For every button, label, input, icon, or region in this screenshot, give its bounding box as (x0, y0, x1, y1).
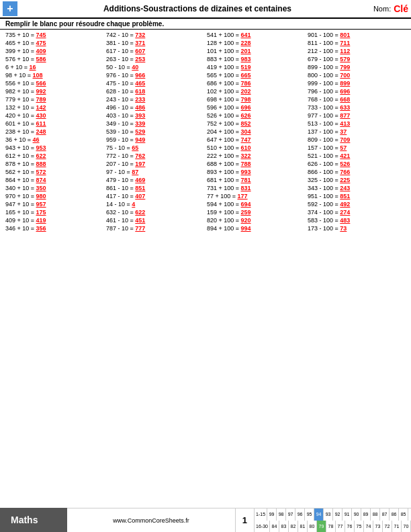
problem-item: 883 + 100 = 983 (205, 55, 306, 63)
problem-item: 461 - 10 = 451 (105, 216, 205, 224)
answer: 177 (238, 193, 248, 200)
answer: 371 (135, 40, 145, 46)
answer: 413 (340, 120, 350, 127)
answer: 486 (135, 104, 145, 111)
problem-item: 325 - 100 = 225 (306, 176, 407, 184)
answer: 877 (340, 112, 350, 119)
problem-item: 204 + 100 = 304 (205, 128, 306, 136)
score-cell: 87 (380, 508, 390, 521)
answer: 696 (241, 104, 251, 111)
answer: 732 (135, 32, 145, 38)
problem-item: 128 + 100 = 228 (205, 39, 306, 47)
problems-grid: 735 + 10 = 745742 - 10 = 732541 + 100 = … (4, 31, 407, 232)
problem-item: 75 - 10 = 65 (105, 144, 205, 152)
answer: 626 (241, 112, 251, 119)
answer: 852 (241, 120, 251, 127)
answer: 46 (33, 136, 40, 143)
answer: 700 (340, 72, 350, 79)
answer: 766 (340, 169, 350, 175)
problem-item: 617 - 10 = 607 (105, 47, 205, 55)
answer: 949 (135, 136, 145, 143)
answer: 851 (340, 193, 350, 200)
answer: 483 (340, 217, 350, 224)
problem-item: 982 + 10 = 992 (4, 87, 105, 95)
score-cell: 96 (295, 508, 305, 521)
answer: 451 (135, 217, 145, 224)
score-row: 1-15999897969594939291908988878685 (255, 508, 411, 521)
problem-item: 14 - 10 = 4 (105, 200, 205, 208)
answer: 393 (135, 112, 145, 119)
answer: 789 (36, 96, 46, 103)
score-cell: 99 (267, 508, 277, 521)
problem-item: 999 - 100 = 899 (306, 79, 407, 87)
problem-item: 409 + 10 = 419 (4, 216, 105, 224)
problem-item: 521 - 100 = 421 (306, 152, 407, 160)
answer: 994 (241, 225, 251, 232)
answer: 356 (36, 225, 46, 232)
problem-item: 496 - 10 = 486 (105, 103, 205, 112)
answer: 526 (340, 161, 350, 167)
answer: 201 (241, 48, 251, 54)
score-cell: 75 (355, 521, 364, 533)
problem-item: 417 - 10 = 407 (105, 192, 205, 200)
answer: 788 (241, 161, 251, 167)
problem-item: 137 - 100 = 37 (306, 128, 407, 136)
answer: 108 (33, 72, 43, 79)
answer: 248 (36, 128, 46, 135)
problem-item: 50 - 10 = 40 (105, 63, 205, 71)
answer: 259 (241, 209, 251, 216)
score-cell: 80 (308, 521, 317, 533)
score-cell: 74 (364, 521, 373, 533)
score-cell: 91 (342, 508, 352, 521)
answer: 831 (241, 185, 251, 191)
problem-item: 601 + 10 = 611 (4, 120, 105, 128)
answer: 920 (241, 217, 251, 224)
problem-item: 800 - 100 = 700 (306, 71, 407, 79)
answer: 197 (135, 161, 145, 167)
score-cell: 88 (371, 508, 380, 521)
problem-item: 207 - 10 = 197 (105, 160, 205, 168)
answer: 40 (132, 64, 138, 71)
score-cell: 95 (305, 508, 314, 521)
footer-scores: 1-1599989796959493929190898887868516-308… (254, 508, 411, 532)
problem-item: 820 + 100 = 920 (205, 216, 306, 224)
footer: Maths www.CommonCoreSheets.fr 1 1-159998… (0, 508, 411, 532)
answer: 73 (340, 225, 347, 232)
answer: 992 (36, 88, 46, 95)
score-cell: 71 (392, 521, 402, 533)
score-cell: 94 (314, 508, 324, 521)
answer: 622 (36, 152, 46, 159)
problem-item: 698 + 100 = 798 (205, 95, 306, 103)
answer: 899 (340, 80, 350, 87)
problem-item: 98 + 10 = 108 (4, 71, 105, 79)
answer: 980 (36, 193, 46, 200)
problem-item: 343 - 100 = 243 (306, 184, 407, 192)
header-title: Additions-Soustractions de dizaines et c… (21, 4, 373, 13)
problem-item: 742 - 10 = 732 (105, 31, 205, 39)
score-cell: 72 (383, 521, 392, 533)
answer: 37 (340, 128, 347, 135)
score-cell: 93 (324, 508, 333, 521)
answer: 711 (340, 40, 350, 46)
answer: 65 (132, 144, 138, 151)
answer: 253 (135, 56, 145, 62)
answer: 745 (36, 32, 46, 38)
problem-item: 899 - 100 = 799 (306, 63, 407, 71)
answer: 469 (135, 177, 145, 183)
problem-item: 165 + 10 = 175 (4, 208, 105, 216)
answer: 274 (340, 209, 350, 216)
problem-item: 628 - 10 = 618 (105, 87, 205, 95)
problem-item: 626 - 100 = 526 (306, 160, 407, 168)
footer-page: 1 (235, 508, 254, 532)
problem-item: 340 + 10 = 350 (4, 184, 105, 192)
score-cell: 85 (399, 508, 408, 521)
answer: 762 (135, 152, 145, 159)
answer: 611 (36, 120, 46, 127)
score-cell: 92 (333, 508, 342, 521)
problem-item: 556 + 10 = 566 (4, 79, 105, 87)
answer: 233 (135, 96, 145, 103)
nom-label: Nom: (373, 5, 391, 13)
answer: 202 (241, 88, 251, 95)
problem-item: 173 - 100 = 73 (306, 224, 407, 232)
problem-item: 77 + 100 = 177 (205, 192, 306, 200)
